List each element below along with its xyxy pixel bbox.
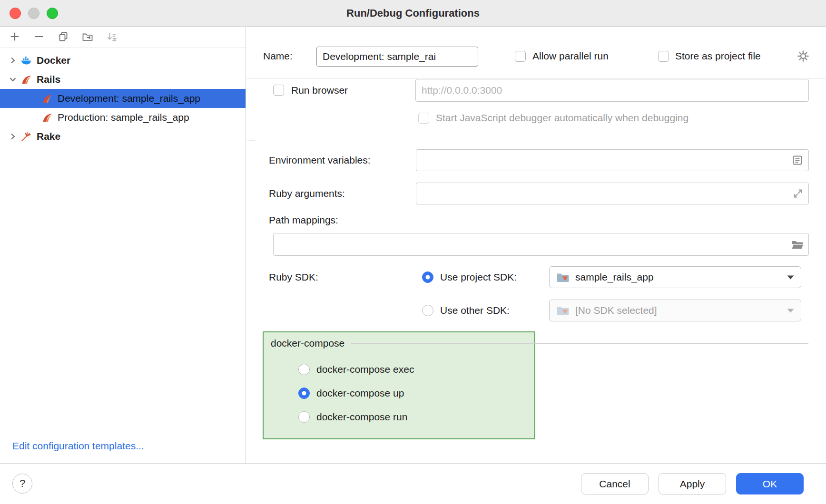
- configuration-form: Name: Allow parallel run Store as projec…: [246, 27, 826, 463]
- cancel-button[interactable]: Cancel: [581, 473, 649, 494]
- folder-icon[interactable]: [791, 239, 804, 250]
- rails-icon: [41, 92, 53, 105]
- tree-item-label: Docker: [37, 55, 70, 66]
- configuration-tree: Docker Rails Development: sample_rails_a…: [0, 48, 246, 146]
- use-project-sdk-label: Use project SDK:: [440, 271, 517, 284]
- name-input[interactable]: [316, 47, 478, 67]
- ruby-arguments-label: Ruby arguments:: [269, 187, 345, 200]
- project-sdk-value: sample_rails_app: [575, 271, 781, 283]
- run-debug-configurations-dialog: Run/Debug Configurations: [0, 0, 826, 504]
- form-separator: [246, 78, 826, 78]
- group-separator-line: [351, 343, 808, 344]
- dropdown-arrow-icon: [787, 309, 794, 313]
- docker-compose-exec-label: docker-compose exec: [316, 363, 414, 376]
- tree-item-label: Rake: [37, 131, 60, 142]
- ruby-sdk-folder-icon: [556, 271, 570, 283]
- rake-icon: [20, 130, 32, 143]
- new-folder-icon: [82, 31, 93, 44]
- docker-compose-up-radio[interactable]: [298, 388, 310, 399]
- titlebar: Run/Debug Configurations: [0, 0, 826, 27]
- start-js-debugger-label: Start JavaScript debugger automatically …: [436, 111, 688, 125]
- environment-variables-field: [416, 149, 809, 171]
- docker-compose-group-title: docker-compose: [271, 338, 344, 349]
- ruby-arguments-input[interactable]: [422, 183, 792, 204]
- tree-item-label: Production: sample_rails_app: [58, 112, 189, 123]
- start-js-debugger-checkbox: [418, 113, 429, 124]
- traffic-lights: [10, 0, 58, 27]
- use-other-sdk-radio[interactable]: [422, 305, 433, 316]
- chevron-right-icon[interactable]: [6, 57, 20, 64]
- browser-url-input[interactable]: [415, 79, 809, 102]
- add-configuration-button[interactable]: [9, 31, 21, 44]
- close-window-icon[interactable]: [10, 8, 21, 19]
- window-title: Run/Debug Configurations: [346, 7, 480, 19]
- path-mappings-field: [273, 233, 809, 256]
- zoom-window-icon[interactable]: [47, 8, 58, 19]
- tree-item-rails[interactable]: Rails: [0, 70, 246, 89]
- help-button[interactable]: ?: [12, 474, 32, 494]
- browse-list-icon[interactable]: [791, 154, 804, 166]
- ruby-sdk-folder-icon: [556, 305, 570, 316]
- docker-icon: [20, 54, 32, 67]
- run-browser-checkbox[interactable]: [273, 85, 284, 96]
- docker-compose-run-radio[interactable]: [298, 411, 310, 423]
- ruby-arguments-field: [416, 183, 809, 204]
- rails-icon: [20, 73, 32, 86]
- copy-icon: [58, 31, 69, 44]
- dropdown-arrow-icon: [787, 275, 794, 280]
- tree-item-label: Rails: [37, 74, 60, 85]
- gear-icon[interactable]: [797, 50, 809, 64]
- remove-configuration-button[interactable]: [33, 31, 45, 44]
- rails-icon: [41, 111, 53, 124]
- section-separator: [246, 140, 257, 141]
- store-as-project-file-checkbox[interactable]: [658, 51, 669, 62]
- sort-icon: [107, 31, 117, 44]
- copy-configuration-button[interactable]: [57, 31, 69, 44]
- docker-compose-run-label: docker-compose run: [316, 410, 407, 424]
- other-sdk-value: [No SDK selected]: [575, 305, 781, 316]
- project-sdk-dropdown[interactable]: sample_rails_app: [549, 266, 801, 288]
- help-icon: ?: [20, 477, 25, 490]
- move-to-folder-button[interactable]: [81, 31, 94, 44]
- use-project-sdk-radio[interactable]: [422, 271, 433, 283]
- configurations-sidebar: Docker Rails Development: sample_rails_a…: [0, 27, 246, 463]
- environment-variables-label: Environment variables:: [269, 154, 371, 167]
- remove-icon: [34, 31, 44, 44]
- ok-button[interactable]: OK: [736, 473, 804, 494]
- tree-item-production-sample-rails-app[interactable]: Production: sample_rails_app: [0, 108, 246, 127]
- minimize-window-icon: [28, 8, 39, 19]
- chevron-right-icon[interactable]: [6, 133, 20, 140]
- path-mappings-label: Path mappings:: [269, 213, 338, 227]
- sort-configurations-button[interactable]: [106, 31, 118, 44]
- docker-compose-exec-radio[interactable]: [298, 364, 310, 375]
- sidebar-toolbar: [0, 27, 246, 48]
- allow-parallel-run-checkbox[interactable]: [515, 51, 526, 62]
- dialog-footer: ? Cancel Apply OK: [0, 463, 826, 504]
- tree-item-docker[interactable]: Docker: [0, 51, 246, 70]
- docker-compose-group-header: docker-compose: [271, 336, 808, 350]
- tree-item-label: Development: sample_rails_app: [58, 93, 200, 104]
- add-icon: [10, 31, 20, 44]
- environment-variables-input[interactable]: [422, 150, 791, 171]
- ruby-sdk-label: Ruby SDK:: [269, 271, 318, 284]
- store-as-project-file-label: Store as project file: [675, 49, 761, 63]
- tree-item-rake[interactable]: Rake: [0, 127, 246, 146]
- chevron-down-icon[interactable]: [6, 76, 20, 83]
- run-browser-label: Run browser: [291, 84, 348, 97]
- allow-parallel-run-label: Allow parallel run: [532, 49, 609, 63]
- use-other-sdk-label: Use other SDK:: [440, 304, 510, 317]
- expand-icon[interactable]: [792, 188, 804, 199]
- tree-item-development-sample-rails-app[interactable]: Development: sample_rails_app: [0, 89, 246, 108]
- docker-compose-up-label: docker-compose up: [316, 387, 404, 400]
- apply-button[interactable]: Apply: [659, 473, 726, 494]
- path-mappings-input[interactable]: [279, 233, 791, 255]
- name-label: Name:: [263, 49, 293, 63]
- other-sdk-dropdown: [No SDK selected]: [549, 300, 801, 321]
- edit-configuration-templates-link[interactable]: Edit configuration templates...: [12, 440, 144, 452]
